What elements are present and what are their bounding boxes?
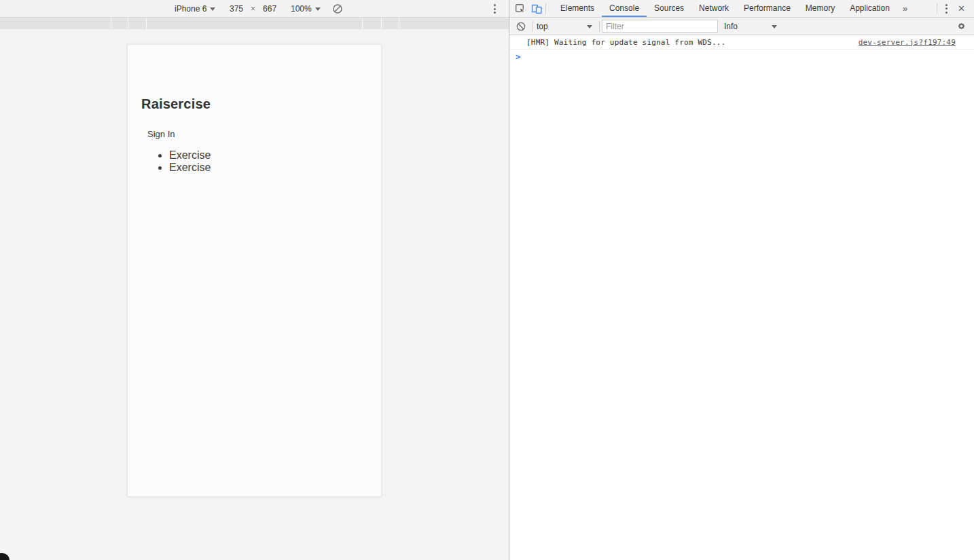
console-message-row: [HMR] Waiting for update signal from WDS… (509, 35, 974, 50)
tab-sources[interactable]: Sources (647, 0, 691, 17)
tabbar-tool-icons (509, 0, 543, 17)
device-select-label: iPhone 6 (175, 4, 206, 14)
device-mode-pane: iPhone 6 375 × 667 100% (0, 0, 509, 560)
console-prompt-row[interactable]: > (509, 50, 974, 62)
log-level-select[interactable]: Info (724, 18, 777, 35)
inspect-element-icon[interactable] (515, 3, 526, 14)
tabbar-right-controls: ✕ (934, 0, 974, 17)
browser-devtools-window: iPhone 6 375 × 667 100% (0, 0, 974, 560)
console-messages-area: [HMR] Waiting for update signal from WDS… (509, 35, 974, 560)
log-level-label: Info (724, 22, 738, 31)
media-query-segment[interactable] (111, 18, 128, 29)
viewport-width-value[interactable]: 375 (230, 4, 243, 14)
tab-network[interactable]: Network (691, 0, 736, 17)
device-toolbar-more-icon[interactable] (491, 3, 499, 14)
separator (533, 21, 533, 32)
toggle-device-toolbar-icon[interactable] (531, 3, 543, 14)
list-item[interactable]: Exercise (169, 149, 381, 162)
tab-performance[interactable]: Performance (736, 0, 798, 17)
media-query-segment[interactable] (399, 18, 509, 29)
console-filter-input[interactable] (602, 20, 718, 33)
more-tabs-icon[interactable]: » (897, 0, 913, 17)
chevron-down-icon (587, 25, 592, 29)
tab-memory[interactable]: Memory (798, 0, 842, 17)
tab-application[interactable]: Application (842, 0, 897, 17)
console-prompt-chevron-icon: > (516, 53, 520, 62)
separator (937, 3, 937, 14)
dimensions-separator: × (251, 4, 255, 14)
media-query-segment[interactable] (382, 18, 399, 29)
separator (599, 21, 600, 32)
close-icon[interactable]: ✕ (953, 3, 970, 14)
console-settings-gear-icon[interactable] (956, 18, 967, 35)
tab-elements[interactable]: Elements (553, 0, 602, 17)
list-item[interactable]: Exercise (169, 162, 381, 174)
console-toolbar: top Info (509, 18, 974, 35)
clear-console-icon[interactable] (516, 18, 526, 35)
console-source-link[interactable]: dev-server.js?f197:49 (859, 38, 956, 47)
devtools-tabbar: Elements Console Sources Network Perform… (509, 0, 974, 18)
chevron-down-icon (315, 7, 321, 11)
zoom-select[interactable]: 100% (291, 0, 321, 17)
media-query-segment[interactable] (147, 18, 362, 29)
exercise-list: Exercise Exercise (128, 149, 381, 174)
separator (545, 3, 546, 14)
page-title: Raisercise (141, 96, 381, 112)
console-message-text: [HMR] Waiting for update signal from WDS… (526, 38, 859, 47)
zoom-select-label: 100% (291, 4, 312, 14)
sign-in-link[interactable]: Sign In (147, 129, 381, 139)
devtools-pane: Elements Console Sources Network Perform… (509, 0, 974, 560)
emulated-device-screen: Raisercise Sign In Exercise Exercise (127, 44, 382, 497)
rotate-icon[interactable] (331, 3, 344, 15)
media-query-bar (0, 18, 509, 29)
devtools-tabs: Elements Console Sources Network Perform… (553, 0, 913, 17)
device-viewport-area: Raisercise Sign In Exercise Exercise (0, 29, 509, 560)
viewport-dimensions: 375 × 667 (230, 0, 276, 17)
devtools-menu-icon[interactable] (940, 4, 953, 14)
chevron-down-icon (210, 7, 215, 11)
execution-context-select[interactable]: top (537, 18, 592, 35)
media-query-segment[interactable] (128, 18, 146, 29)
device-toolbar: iPhone 6 375 × 667 100% (0, 0, 509, 18)
execution-context-label: top (537, 22, 548, 31)
viewport-height-value[interactable]: 667 (263, 4, 276, 14)
chevron-down-icon (772, 25, 777, 29)
media-query-segment[interactable] (0, 18, 111, 29)
media-query-segment[interactable] (363, 18, 381, 29)
device-select[interactable]: iPhone 6 (175, 0, 215, 17)
tab-console[interactable]: Console (602, 0, 647, 17)
